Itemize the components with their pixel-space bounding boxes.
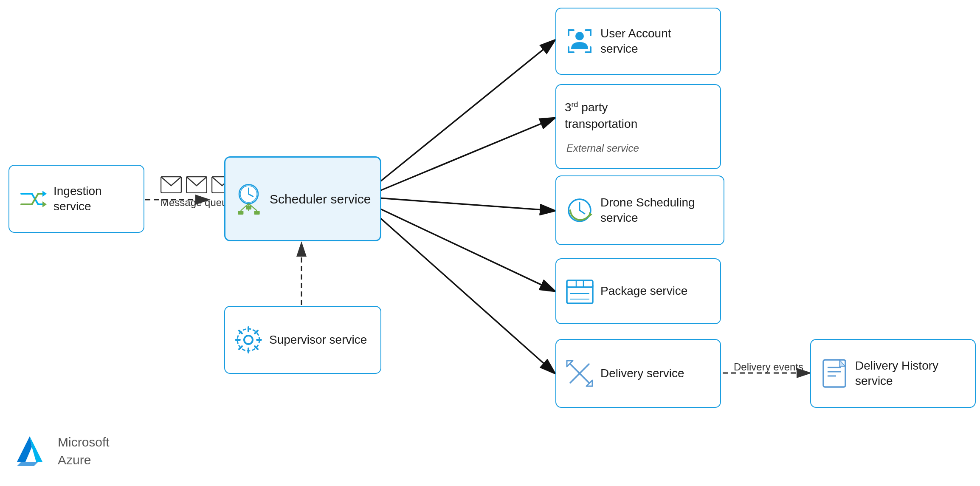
envelope-icon-1 [161, 176, 182, 193]
user-account-service-box: User Account service [555, 8, 721, 75]
svg-rect-42 [567, 280, 593, 287]
delivery-service-label: Delivery service [600, 366, 684, 381]
scheduler-service-label: Scheduler service [270, 191, 371, 207]
arrows-svg [0, 0, 980, 486]
supervisor-service-box: Supervisor service [224, 306, 381, 374]
svg-marker-11 [42, 201, 47, 207]
svg-rect-20 [238, 211, 243, 215]
svg-marker-10 [42, 191, 47, 197]
azure-logo: Microsoft Azure [17, 433, 110, 469]
third-party-text: 3rd partytransportation [565, 99, 637, 132]
package-service-label: Package service [600, 283, 687, 299]
svg-line-3 [379, 118, 555, 191]
drone-scheduling-icon [565, 195, 594, 225]
diagram: Ingestion service Message queue [0, 0, 980, 486]
svg-rect-21 [254, 211, 260, 215]
ingestion-icon [18, 184, 48, 214]
external-service-label: External service [566, 142, 639, 154]
svg-line-48 [570, 364, 580, 373]
svg-point-36 [575, 32, 584, 40]
svg-line-2 [379, 40, 555, 183]
envelope-icon-2 [186, 176, 207, 193]
supervisor-icon [234, 325, 263, 355]
drone-scheduling-service-label: Drone Scheduling service [600, 195, 715, 226]
queue-icons [161, 176, 233, 193]
azure-label: Microsoft Azure [58, 433, 110, 469]
svg-point-26 [244, 336, 253, 344]
svg-line-49 [580, 373, 589, 383]
scheduler-icon [234, 184, 264, 214]
supervisor-service-label: Supervisor service [269, 332, 367, 348]
third-party-label: 3rd partytransportation [565, 99, 637, 132]
svg-line-4 [379, 198, 555, 211]
ingestion-service-box: Ingestion service [8, 165, 144, 233]
scheduler-service-box: Scheduler service [224, 156, 381, 241]
svg-line-51 [570, 373, 580, 383]
third-party-service-box: 3rd partytransportation External service [555, 84, 721, 169]
delivery-events-label: Delivery events [734, 361, 803, 373]
delivery-service-box: Delivery service [555, 339, 721, 408]
delivery-history-icon [819, 359, 849, 388]
user-account-service-label: User Account service [600, 26, 712, 57]
delivery-events-area: Delivery events [726, 361, 811, 373]
user-account-icon [565, 26, 594, 56]
svg-line-6 [379, 217, 555, 373]
azure-logo-icon [17, 436, 51, 466]
message-queue-area: Message queue [161, 176, 233, 209]
svg-line-50 [580, 364, 589, 373]
svg-line-5 [379, 208, 555, 291]
svg-marker-59 [30, 436, 42, 462]
svg-marker-58 [17, 436, 32, 462]
drone-scheduling-service-box: Drone Scheduling service [555, 175, 724, 245]
delivery-history-service-label: Delivery History service [855, 358, 966, 389]
delivery-icon [565, 359, 594, 388]
third-party-content: 3rd partytransportation [565, 99, 637, 132]
package-service-box: Package service [555, 258, 721, 324]
message-queue-label: Message queue [161, 197, 233, 209]
delivery-history-service-box: Delivery History service [810, 339, 976, 408]
azure-text: Microsoft Azure [58, 433, 110, 469]
svg-marker-60 [17, 462, 38, 466]
ingestion-service-label: Ingestion service [54, 184, 135, 215]
package-icon [565, 277, 594, 306]
